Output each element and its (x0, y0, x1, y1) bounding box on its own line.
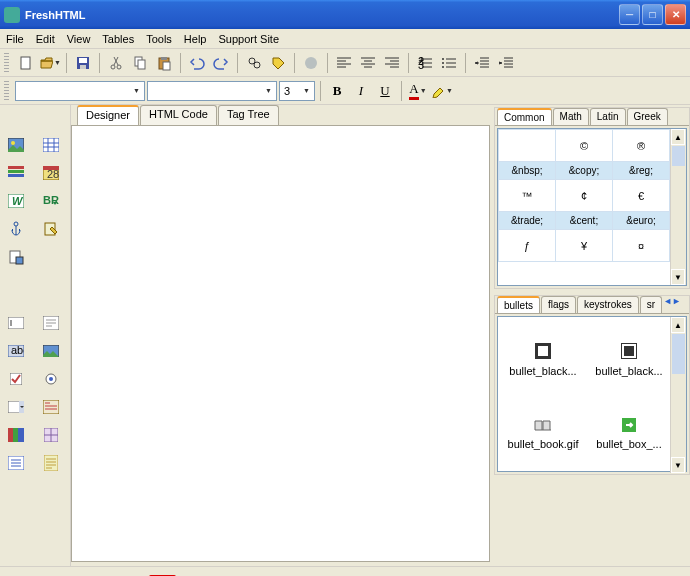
scrollbar[interactable]: ▲ ▼ (670, 129, 686, 285)
minimize-button[interactable]: ─ (619, 4, 640, 25)
tab-keystrokes[interactable]: keystrokes (577, 296, 639, 313)
menu-support[interactable]: Support Site (218, 33, 279, 45)
menu-tools[interactable]: Tools (146, 33, 172, 45)
open-button[interactable]: ▼ (39, 52, 61, 74)
bullet-item[interactable]: bullet_black... (588, 325, 670, 395)
char-cell[interactable]: ™ (499, 180, 556, 212)
colors-icon[interactable] (6, 425, 26, 445)
tab-tag-tree[interactable]: Tag Tree (218, 105, 279, 125)
image-icon[interactable] (6, 135, 26, 155)
svg-point-21 (11, 141, 15, 145)
image-button-icon[interactable] (41, 341, 61, 361)
italic-button[interactable]: I (350, 80, 372, 102)
undo-button[interactable] (186, 52, 208, 74)
radio-icon[interactable] (41, 369, 61, 389)
cut-button[interactable] (105, 52, 127, 74)
char-cell[interactable]: ¤ (613, 230, 670, 262)
font-family-select[interactable]: ▼ (15, 81, 145, 101)
grip[interactable] (4, 53, 9, 73)
tab-latin[interactable]: Latin (590, 108, 626, 125)
excel-icon[interactable]: W (6, 191, 26, 211)
editor-canvas[interactable] (71, 125, 490, 562)
tab-greek[interactable]: Greek (627, 108, 668, 125)
tab-html-code[interactable]: HTML Code (140, 105, 217, 125)
copy-button[interactable] (129, 52, 151, 74)
table-icon[interactable] (41, 135, 61, 155)
svg-point-4 (111, 65, 115, 69)
chart-icon[interactable] (6, 163, 26, 183)
underline-button[interactable]: U (374, 80, 396, 102)
checkbox-icon[interactable] (6, 369, 26, 389)
indent-button[interactable] (495, 52, 517, 74)
highlight-button[interactable]: ▼ (431, 80, 453, 102)
char-cell[interactable]: ® (613, 130, 670, 162)
tag-button[interactable] (267, 52, 289, 74)
textarea-icon[interactable] (41, 313, 61, 333)
maximize-button[interactable]: □ (642, 4, 663, 25)
font-style-select[interactable]: ▼ (147, 81, 277, 101)
bullet-item[interactable]: bullet_black... (502, 325, 584, 395)
input-text-icon[interactable] (6, 313, 26, 333)
grip[interactable] (4, 81, 9, 101)
menu-tables[interactable]: Tables (102, 33, 134, 45)
char-cell[interactable] (499, 130, 556, 162)
ordered-list-button[interactable]: 123 (414, 52, 436, 74)
bold-button[interactable]: B (326, 80, 348, 102)
button-icon[interactable]: abc (6, 341, 26, 361)
save-button[interactable] (72, 52, 94, 74)
tab-designer[interactable]: Designer (77, 105, 139, 125)
scroll-up-icon[interactable]: ▲ (671, 129, 685, 145)
new-button[interactable] (15, 52, 37, 74)
scroll-down-icon[interactable]: ▼ (671, 269, 685, 285)
scroll-down-icon[interactable]: ▼ (671, 457, 685, 473)
menu-view[interactable]: View (67, 33, 91, 45)
tab-more[interactable]: sr (640, 296, 662, 313)
outdent-button[interactable] (471, 52, 493, 74)
select-icon[interactable] (6, 397, 26, 417)
bullet-item[interactable]: bullet_book.gif (502, 399, 584, 469)
paste-button[interactable] (153, 52, 175, 74)
grid-icon[interactable] (41, 425, 61, 445)
notes-icon[interactable] (41, 453, 61, 473)
tab-flags[interactable]: flags (541, 296, 576, 313)
char-cell[interactable]: ¢ (556, 180, 613, 212)
scroll-up-icon[interactable]: ▲ (671, 317, 685, 333)
char-cell[interactable]: © (556, 130, 613, 162)
align-center-button[interactable] (357, 52, 379, 74)
tab-math[interactable]: Math (553, 108, 589, 125)
editor-tabs: Designer HTML Code Tag Tree (71, 105, 494, 125)
char-cell[interactable]: ¥ (556, 230, 613, 262)
font-color-button[interactable]: A▼ (407, 80, 429, 102)
edit-page-icon[interactable] (41, 219, 61, 239)
tab-bullets[interactable]: bullets (497, 296, 540, 313)
font-size-select[interactable]: 3▼ (279, 81, 315, 101)
char-label: &euro; (613, 212, 670, 230)
scrollbar[interactable]: ▲ ▼ (670, 317, 686, 473)
page-props-icon[interactable] (6, 247, 26, 267)
char-label: &nbsp; (499, 162, 556, 180)
tab-nav-right-icon[interactable]: ► (672, 296, 681, 313)
char-cell[interactable]: ƒ (499, 230, 556, 262)
close-button[interactable]: ✕ (665, 4, 686, 25)
menu-edit[interactable]: Edit (36, 33, 55, 45)
form-icon[interactable] (41, 397, 61, 417)
align-left-button[interactable] (333, 52, 355, 74)
char-cell[interactable]: € (613, 180, 670, 212)
menu-help[interactable]: Help (184, 33, 207, 45)
tab-nav-left-icon[interactable]: ◄ (663, 296, 672, 313)
tab-common[interactable]: Common (497, 108, 552, 125)
redo-button[interactable] (210, 52, 232, 74)
sphere-button[interactable] (300, 52, 322, 74)
menu-file[interactable]: File (6, 33, 24, 45)
svg-point-43 (49, 377, 53, 381)
find-button[interactable] (243, 52, 265, 74)
align-right-button[interactable] (381, 52, 403, 74)
br-icon[interactable]: BR (41, 191, 61, 211)
menubar: File Edit View Tables Tools Help Support… (0, 29, 690, 49)
calendar-icon[interactable]: 28 (41, 163, 61, 183)
bullet-item[interactable]: bullet_box_... (588, 399, 670, 469)
anchor-icon[interactable] (6, 219, 26, 239)
svg-text:BR: BR (43, 194, 59, 206)
unordered-list-button[interactable] (438, 52, 460, 74)
list-icon[interactable] (6, 453, 26, 473)
